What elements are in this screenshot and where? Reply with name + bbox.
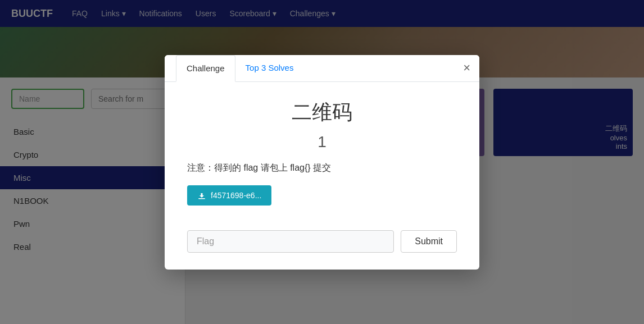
tab-top3solves[interactable]: Top 3 Solves	[235, 55, 304, 82]
modal-close-button[interactable]: ×	[463, 62, 470, 74]
challenge-points: 1	[187, 133, 457, 151]
modal-overlay[interactable]: Challenge Top 3 Solves × 二维码 1 注意：得到的 fl…	[0, 0, 644, 324]
flag-row: Submit	[187, 230, 457, 253]
download-filename: f4571698-e6...	[211, 191, 261, 200]
challenge-note: 注意：得到的 flag 请包上 flag{} 提交	[187, 162, 457, 174]
flag-input[interactable]	[187, 230, 394, 253]
modal-body: 二维码 1 注意：得到的 flag 请包上 flag{} 提交 f4571698…	[165, 82, 479, 270]
submit-button[interactable]: Submit	[401, 230, 457, 253]
challenge-title: 二维码	[187, 99, 457, 126]
modal-dialog: Challenge Top 3 Solves × 二维码 1 注意：得到的 fl…	[165, 55, 479, 270]
modal-tabs: Challenge Top 3 Solves ×	[165, 55, 479, 82]
tab-challenge[interactable]: Challenge	[176, 55, 235, 82]
download-icon	[197, 191, 206, 200]
svg-rect-0	[198, 198, 205, 199]
download-button[interactable]: f4571698-e6...	[187, 185, 271, 206]
